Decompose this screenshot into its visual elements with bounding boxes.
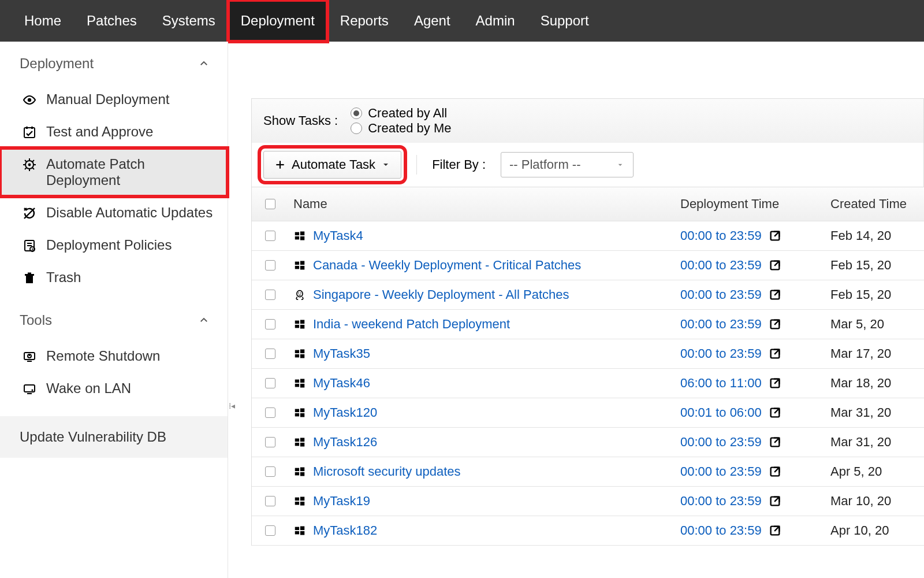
- caret-down-icon: [381, 160, 390, 169]
- approve-icon: [22, 125, 37, 140]
- task-name-link[interactable]: MyTask120: [313, 405, 377, 420]
- select-all-checkbox[interactable]: [265, 199, 275, 209]
- created-time: Apr 5, 20: [826, 464, 924, 479]
- popout-icon[interactable]: [769, 288, 781, 301]
- task-name-link[interactable]: MyTask4: [313, 228, 363, 243]
- sidebar-item-label: Test and Approve: [46, 124, 153, 140]
- sidebar-item-remote-shutdown[interactable]: Remote Shutdown: [0, 340, 228, 372]
- row-checkbox[interactable]: [265, 378, 275, 388]
- row-checkbox[interactable]: [265, 437, 275, 447]
- deployment-time-link[interactable]: 06:00 to 11:00: [680, 376, 762, 391]
- deployment-time-link[interactable]: 00:00 to 23:59: [680, 464, 762, 479]
- popout-icon[interactable]: [769, 318, 781, 331]
- row-checkbox[interactable]: [265, 496, 275, 506]
- col-deploy-time[interactable]: Deployment Time: [676, 197, 826, 212]
- row-checkbox[interactable]: [265, 407, 275, 418]
- deployment-time-link[interactable]: 00:00 to 23:59: [680, 287, 762, 302]
- plus-icon: [274, 159, 286, 171]
- section-tools[interactable]: Tools: [0, 298, 228, 340]
- popout-icon[interactable]: [769, 465, 781, 478]
- gear-icon: [22, 157, 37, 172]
- deployment-time-link[interactable]: 00:01 to 06:00: [680, 405, 762, 420]
- popout-icon[interactable]: [769, 436, 781, 449]
- win-icon: [293, 259, 306, 272]
- popout-icon[interactable]: [769, 229, 781, 242]
- created-time: Mar 31, 20: [826, 435, 924, 450]
- table-row: MyTask126 00:00 to 23:59 Mar 31, 20: [252, 428, 924, 457]
- win-icon: [293, 524, 306, 537]
- deployment-time-link[interactable]: 00:00 to 23:59: [680, 228, 762, 243]
- section-title: Tools: [20, 312, 52, 328]
- sidebar-item-label: Remote Shutdown: [46, 348, 160, 364]
- row-checkbox[interactable]: [265, 349, 275, 359]
- noupd-icon: [22, 206, 37, 221]
- sidebar-item-wake-on-lan[interactable]: Wake on LAN: [0, 372, 228, 405]
- task-name-link[interactable]: MyTask182: [313, 523, 377, 538]
- deployment-time-link[interactable]: 00:00 to 23:59: [680, 494, 762, 509]
- automate-task-button[interactable]: Automate Task: [263, 151, 401, 179]
- task-name-link[interactable]: MyTask19: [313, 494, 370, 509]
- trash-icon: [22, 271, 37, 286]
- caret-down-icon: [616, 160, 625, 169]
- deployment-time-link[interactable]: 00:00 to 23:59: [680, 523, 762, 538]
- nav-patches[interactable]: Patches: [74, 0, 150, 42]
- table-row: Canada - Weekly Deployment - Critical Pa…: [252, 251, 924, 280]
- deployment-time-link[interactable]: 00:00 to 23:59: [680, 346, 762, 361]
- sidebar-collapse-handle[interactable]: ⁞◂: [228, 388, 236, 423]
- win-icon: [293, 377, 306, 390]
- task-name-link[interactable]: Singapore - Weekly Deployment - All Patc…: [313, 287, 569, 302]
- automate-task-label: Automate Task: [292, 157, 375, 172]
- table-row: MyTask4 00:00 to 23:59 Feb 14, 20: [252, 221, 924, 251]
- radio-created-by-all[interactable]: Created by All: [351, 106, 451, 121]
- sidebar-item-label: Automate Patch Deployment: [46, 156, 216, 188]
- platform-select-value: -- Platform --: [509, 157, 580, 172]
- created-time: Feb 15, 20: [826, 287, 924, 302]
- sidebar-item-automate-patch-deployment[interactable]: Automate Patch Deployment: [0, 148, 228, 197]
- row-checkbox[interactable]: [265, 290, 275, 300]
- deployment-time-link[interactable]: 00:00 to 23:59: [680, 258, 762, 273]
- deployment-time-link[interactable]: 00:00 to 23:59: [680, 435, 762, 450]
- deployment-time-link[interactable]: 00:00 to 23:59: [680, 317, 762, 332]
- sidebar-item-manual-deployment[interactable]: Manual Deployment: [0, 83, 228, 116]
- update-vuln-db[interactable]: Update Vulnerability DB: [0, 416, 228, 458]
- popout-icon[interactable]: [769, 259, 781, 272]
- row-checkbox[interactable]: [265, 260, 275, 271]
- sidebar-item-label: Trash: [46, 269, 81, 286]
- section-deployment[interactable]: Deployment: [0, 42, 228, 83]
- radio-created-by-me[interactable]: Created by Me: [351, 121, 451, 136]
- task-name-link[interactable]: Microsoft security updates: [313, 464, 461, 479]
- popout-icon[interactable]: [769, 377, 781, 390]
- created-time: Feb 14, 20: [826, 228, 924, 243]
- sidebar-item-trash[interactable]: Trash: [0, 261, 228, 294]
- col-name[interactable]: Name: [289, 197, 676, 212]
- popout-icon[interactable]: [769, 406, 781, 419]
- nav-admin[interactable]: Admin: [463, 0, 528, 42]
- task-name-link[interactable]: MyTask46: [313, 376, 370, 391]
- popout-icon[interactable]: [769, 495, 781, 507]
- row-checkbox[interactable]: [265, 466, 275, 477]
- nav-reports[interactable]: Reports: [327, 0, 401, 42]
- nav-home[interactable]: Home: [12, 0, 74, 42]
- col-created-time[interactable]: Created Time: [826, 197, 924, 212]
- win-icon: [293, 406, 306, 419]
- popout-icon[interactable]: [769, 347, 781, 360]
- popout-icon[interactable]: [769, 524, 781, 537]
- sidebar-item-test-and-approve[interactable]: Test and Approve: [0, 116, 228, 148]
- shutdown-icon: [22, 349, 37, 364]
- row-checkbox[interactable]: [265, 525, 275, 536]
- nav-systems[interactable]: Systems: [150, 0, 228, 42]
- wol-icon: [22, 381, 37, 397]
- row-checkbox[interactable]: [265, 319, 275, 329]
- task-name-link[interactable]: MyTask35: [313, 346, 370, 361]
- task-name-link[interactable]: Canada - Weekly Deployment - Critical Pa…: [313, 258, 581, 273]
- sidebar-item-deployment-policies[interactable]: Deployment Policies: [0, 229, 228, 261]
- nav-deployment[interactable]: Deployment: [228, 0, 327, 42]
- task-name-link[interactable]: India - weekend Patch Deployment: [313, 317, 510, 332]
- task-name-link[interactable]: MyTask126: [313, 435, 377, 450]
- row-checkbox[interactable]: [265, 231, 275, 241]
- platform-select[interactable]: -- Platform --: [501, 152, 634, 177]
- nav-support[interactable]: Support: [528, 0, 602, 42]
- nav-agent[interactable]: Agent: [401, 0, 463, 42]
- sidebar-item-disable-automatic-updates[interactable]: Disable Automatic Updates: [0, 197, 228, 229]
- table-row: Microsoft security updates 00:00 to 23:5…: [252, 457, 924, 487]
